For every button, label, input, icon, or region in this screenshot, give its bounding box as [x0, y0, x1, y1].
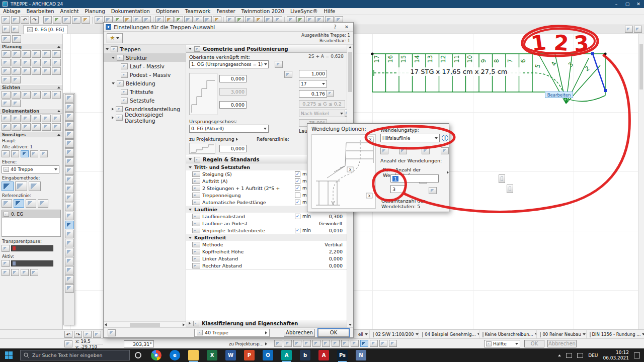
menu-hilfe[interactable]: Hilfe: [320, 9, 338, 14]
palette-option-icon[interactable]: [2, 269, 10, 276]
toolbar-icon[interactable]: [11, 16, 20, 24]
toolbox-icon[interactable]: [65, 175, 74, 184]
tool-icon[interactable]: [12, 59, 21, 66]
toolbox-icon[interactable]: [65, 185, 74, 193]
volume-icon[interactable]: [577, 353, 583, 358]
tab-options-icon[interactable]: [625, 26, 633, 33]
notepad-icon[interactable]: N: [356, 350, 366, 360]
toolbar-icon[interactable]: [2, 16, 10, 24]
toolbox-icon[interactable]: [65, 130, 74, 139]
rule-value[interactable]: 0,300: [314, 214, 343, 219]
filter-icon[interactable]: [40, 150, 48, 157]
slider-handle[interactable]: [13, 261, 16, 265]
wendelungstyp-dropdown[interactable]: Hilfslauflinie: [380, 134, 440, 142]
arrow-tool-icon[interactable]: [2, 35, 11, 43]
toolbox-icon[interactable]: [65, 239, 74, 247]
clock[interactable]: 10:12 06.03.2021: [603, 350, 629, 361]
tool-icon[interactable]: [12, 76, 21, 83]
angle-field[interactable]: 303,31°: [124, 340, 154, 347]
layout-icon[interactable]: [11, 26, 19, 33]
menu-planung[interactable]: Planung: [82, 9, 108, 14]
link-toggle-icon[interactable]: [284, 71, 292, 78]
word-icon[interactable]: W: [225, 350, 236, 360]
tree-horizontal-scrollbar[interactable]: [104, 321, 186, 327]
tool-icon[interactable]: [2, 123, 11, 131]
rule-value[interactable]: Gewinkelt: [314, 221, 343, 226]
quick-option-bemassung[interactable]: DIN 1356 - Rundung ...: [586, 330, 644, 338]
transparency-slider[interactable]: [11, 245, 53, 251]
input-method-icon[interactable]: [15, 182, 27, 191]
tool-icon[interactable]: [22, 91, 31, 99]
snap-icon[interactable]: [341, 340, 349, 347]
tool-icon[interactable]: [52, 91, 61, 99]
toolbar-icon[interactable]: [72, 16, 80, 24]
tool-icon[interactable]: [12, 123, 21, 131]
language-indicator[interactable]: DEU: [588, 353, 598, 358]
snap-icon[interactable]: [274, 340, 282, 347]
tool-icon[interactable]: [22, 123, 31, 131]
active-slider[interactable]: [11, 260, 53, 266]
explorer-icon[interactable]: [188, 350, 199, 360]
cancel-button[interactable]: Abbrechen: [284, 329, 315, 337]
snap-icon[interactable]: [379, 340, 387, 347]
help-icon[interactable]: ?: [331, 24, 340, 31]
tool-icon[interactable]: [22, 115, 31, 122]
projektursprung-label[interactable]: zu Projektursprung: [189, 136, 238, 142]
tree-item-deckenspiegel[interactable]: Deckenspiegel Darstellung: [104, 113, 186, 122]
tree-item-lauf-massiv[interactable]: Lauf - Massiv: [104, 62, 186, 70]
menu-ansicht[interactable]: Ansicht: [57, 9, 82, 14]
tray-expand-icon[interactable]: [558, 354, 561, 356]
toolbox-icon[interactable]: [65, 121, 74, 130]
checkbox[interactable]: [295, 193, 300, 198]
toolbar-icon[interactable]: [82, 16, 90, 24]
scrollbar-thumb[interactable]: [348, 52, 352, 92]
snap-icon[interactable]: [332, 340, 340, 347]
info-icon[interactable]: i: [442, 135, 448, 141]
palette-group-sichten[interactable]: Sichten: [0, 84, 62, 90]
list-item[interactable]: 0. EG: [2, 210, 60, 218]
subsection-kopffreiheit[interactable]: Kopffreiheit: [186, 234, 347, 241]
tab-options-icon[interactable]: [634, 26, 642, 33]
tool-icon[interactable]: [52, 115, 61, 122]
menu-teamwork[interactable]: Teamwork: [182, 9, 214, 14]
tool-icon[interactable]: [32, 123, 41, 131]
menu-bearbeiten[interactable]: Bearbeiten: [24, 9, 57, 14]
toolbox-icon[interactable]: [65, 203, 74, 211]
toolbox-icon[interactable]: [65, 266, 74, 275]
toolbox-icon[interactable]: [65, 103, 74, 112]
tool-icon[interactable]: [32, 67, 41, 75]
tool-icon[interactable]: [42, 115, 51, 122]
layout-icon[interactable]: [2, 26, 10, 33]
tool-icon[interactable]: [22, 59, 31, 66]
snap-icon[interactable]: [312, 340, 320, 347]
tool-icon[interactable]: [42, 91, 51, 99]
tool-icon[interactable]: [2, 115, 11, 122]
rule-value[interactable]: 0,010: [314, 228, 343, 233]
toolbox-icon[interactable]: [65, 275, 74, 284]
toolbox-icon[interactable]: [65, 148, 74, 157]
toolbox-icon[interactable]: [65, 166, 74, 175]
toolbox-icon[interactable]: [65, 257, 74, 265]
close-button[interactable]: ✕: [633, 0, 644, 8]
archicad-icon[interactable]: A: [281, 350, 292, 360]
story-tab[interactable]: 0. EG [0. EG]: [23, 25, 68, 34]
notification-center-icon[interactable]: [634, 352, 640, 358]
palette-group-sonstiges[interactable]: Sonstiges: [0, 132, 62, 137]
favorite-save-icon[interactable]: [108, 329, 116, 336]
wendelstufen-field[interactable]: 3: [390, 185, 406, 193]
undo-icon[interactable]: ↶: [21, 16, 29, 24]
excel-icon[interactable]: X: [207, 350, 217, 360]
tool-icon[interactable]: [42, 50, 51, 58]
top-offset-field[interactable]: 0,000: [219, 75, 247, 82]
palette-group-planung[interactable]: Planung: [0, 44, 62, 49]
menu-dokumentation[interactable]: Dokumentation: [108, 9, 153, 14]
tool-icon[interactable]: [52, 59, 61, 66]
toolbox-icon[interactable]: [65, 157, 74, 166]
tree-item-struktur[interactable]: Struktur: [104, 53, 186, 62]
tool-icon[interactable]: [42, 67, 51, 75]
powerpoint-icon[interactable]: P: [244, 350, 255, 360]
toolbox-icon[interactable]: [65, 139, 74, 148]
tree-item-trittstufe[interactable]: Trittstufe: [104, 87, 186, 96]
tool-icon[interactable]: [2, 59, 11, 66]
reference-line-icon[interactable]: [14, 199, 24, 208]
